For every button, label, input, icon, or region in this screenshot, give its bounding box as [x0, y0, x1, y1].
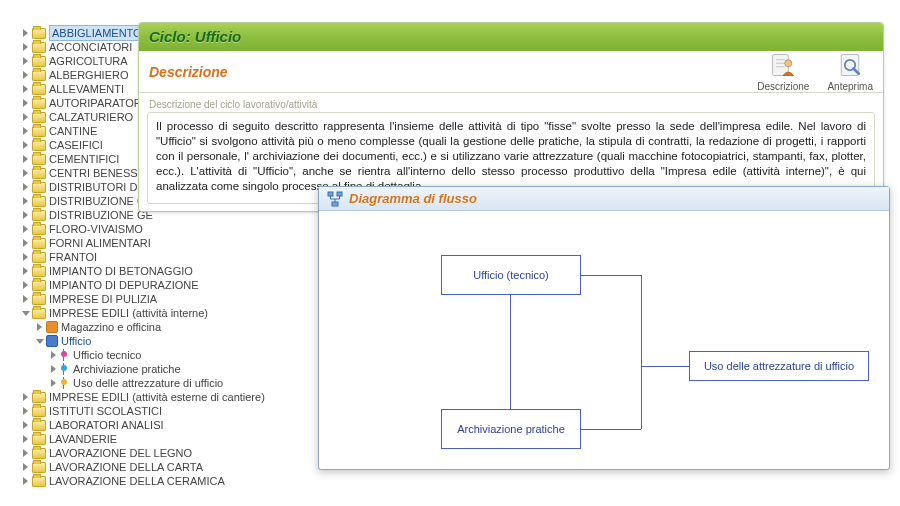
- collapse-icon[interactable]: [22, 309, 30, 317]
- descrizione-label: Descrizione: [757, 81, 809, 92]
- diagram-title-text: Diagramma di flusso: [349, 191, 477, 206]
- folder-icon: [32, 266, 46, 277]
- tree-item[interactable]: LABORATORI ANALISI: [22, 418, 272, 432]
- descrizione-button[interactable]: Descrizione: [757, 51, 809, 92]
- expand-icon[interactable]: [22, 225, 30, 233]
- expand-icon[interactable]: [22, 197, 30, 205]
- tree-item-label: LAVORAZIONE DEL LEGNO: [49, 446, 192, 460]
- folder-icon: [32, 126, 46, 137]
- tree-item[interactable]: IMPRESE DI PULIZIA: [22, 292, 272, 306]
- expand-icon[interactable]: [22, 169, 30, 177]
- anteprima-button[interactable]: Anteprima: [827, 51, 873, 92]
- tree-item[interactable]: IMPRESE EDILI (attività esterne di canti…: [22, 390, 272, 404]
- tree-item[interactable]: ISTITUTI SCOLASTICI: [22, 404, 272, 418]
- tree-item-label: LABORATORI ANALISI: [49, 418, 164, 432]
- tree-item-label: CANTINE: [49, 124, 97, 138]
- tree-item[interactable]: FLORO-VIVAISMO: [22, 222, 272, 236]
- tree-item-label: DISTRIBUTORI DI B: [49, 180, 151, 194]
- folder-icon: [32, 420, 46, 431]
- tree-item-label: AUTORIPARATORI: [49, 96, 145, 110]
- expand-icon[interactable]: [22, 85, 30, 93]
- flowchart-icon: [327, 191, 343, 207]
- tree-item-label: FORNI ALIMENTARI: [49, 236, 151, 250]
- expand-icon[interactable]: [22, 211, 30, 219]
- expand-icon[interactable]: [22, 281, 30, 289]
- activity-icon: [60, 349, 70, 361]
- tree-item-label: ISTITUTI SCOLASTICI: [49, 404, 162, 418]
- tree-item-label: AGRICOLTURA: [49, 54, 128, 68]
- connector-line: [581, 275, 641, 276]
- tree-item[interactable]: Ufficio: [36, 334, 272, 348]
- tree-item-label: LAVORAZIONE DELLA CERAMICA: [49, 474, 225, 488]
- folder-icon: [32, 168, 46, 179]
- folder-icon: [32, 294, 46, 305]
- expand-icon[interactable]: [50, 379, 58, 387]
- expand-icon[interactable]: [22, 407, 30, 415]
- tree-item[interactable]: LAVORAZIONE DELLA CARTA: [22, 460, 272, 474]
- expand-icon[interactable]: [22, 295, 30, 303]
- tree-item[interactable]: Uso delle attrezzature di ufficio: [50, 376, 272, 390]
- expand-icon[interactable]: [22, 267, 30, 275]
- tree-item[interactable]: IMPIANTO DI DEPURAZIONE: [22, 278, 272, 292]
- tree-item-label: Ufficio tecnico: [73, 348, 141, 362]
- expand-icon[interactable]: [22, 43, 30, 51]
- tree-item[interactable]: IMPRESE EDILI (attività interne): [22, 306, 272, 320]
- expand-icon[interactable]: [22, 421, 30, 429]
- folder-icon: [32, 238, 46, 249]
- expand-icon[interactable]: [22, 477, 30, 485]
- expand-icon[interactable]: [22, 183, 30, 191]
- expand-icon[interactable]: [22, 29, 30, 37]
- diagram-body: Ufficio (tecnico) Archiviazione pratiche…: [319, 211, 889, 469]
- activity-icon: [60, 363, 70, 375]
- tree-item[interactable]: Ufficio tecnico: [50, 348, 272, 362]
- tree-item[interactable]: LAVORAZIONE DELLA CERAMICA: [22, 474, 272, 488]
- svg-rect-10: [332, 202, 338, 206]
- tree-item-label: Archiviazione pratiche: [73, 362, 181, 376]
- tree-item[interactable]: LAVORAZIONE DEL LEGNO: [22, 446, 272, 460]
- activity-icon: [60, 377, 70, 389]
- flow-box-archiviazione[interactable]: Archiviazione pratiche: [441, 409, 581, 449]
- expand-icon[interactable]: [22, 141, 30, 149]
- tree-item[interactable]: LAVANDERIE: [22, 432, 272, 446]
- collapse-icon[interactable]: [36, 337, 44, 345]
- tree-item[interactable]: FORNI ALIMENTARI: [22, 236, 272, 250]
- tree-item-label: IMPRESE EDILI (attività interne): [49, 306, 208, 320]
- expand-icon[interactable]: [22, 393, 30, 401]
- expand-icon[interactable]: [22, 113, 30, 121]
- folder-icon: [32, 42, 46, 53]
- expand-icon[interactable]: [22, 71, 30, 79]
- folder-icon: [32, 434, 46, 445]
- folder-icon: [32, 308, 46, 319]
- expand-icon[interactable]: [22, 449, 30, 457]
- folder-icon: [32, 98, 46, 109]
- expand-icon[interactable]: [36, 323, 44, 331]
- tree-item[interactable]: Magazzino e officina: [36, 320, 272, 334]
- folder-icon: [32, 196, 46, 207]
- flow-box-ufficio-tecnico[interactable]: Ufficio (tecnico): [441, 255, 581, 295]
- folder-icon: [32, 448, 46, 459]
- tree-item-label: DISTRIBUZIONE GE: [49, 208, 153, 222]
- tree-item[interactable]: IMPIANTO DI BETONAGGIO: [22, 264, 272, 278]
- panel-actions: Descrizione Anteprima: [757, 51, 873, 92]
- expand-icon[interactable]: [22, 463, 30, 471]
- expand-icon[interactable]: [22, 155, 30, 163]
- expand-icon[interactable]: [22, 57, 30, 65]
- expand-icon[interactable]: [22, 99, 30, 107]
- connector-line: [510, 295, 511, 409]
- person-document-icon: [769, 51, 797, 79]
- expand-icon[interactable]: [22, 239, 30, 247]
- expand-icon[interactable]: [50, 365, 58, 373]
- panel-title: Ciclo: Ufficio: [139, 23, 883, 51]
- diagram-title-bar[interactable]: Diagramma di flusso: [319, 187, 889, 211]
- flow-box-attrezzature[interactable]: Uso delle attrezzature di ufficio: [689, 351, 869, 381]
- expand-icon[interactable]: [22, 127, 30, 135]
- expand-icon[interactable]: [22, 253, 30, 261]
- folder-icon: [32, 462, 46, 473]
- tree-item-label: ABBIGLIAMENTO: [49, 25, 145, 41]
- tree-item[interactable]: FRANTOI: [22, 250, 272, 264]
- expand-icon[interactable]: [22, 435, 30, 443]
- tree-item[interactable]: Archiviazione pratiche: [50, 362, 272, 376]
- folder-icon: [32, 70, 46, 81]
- folder-icon: [32, 392, 46, 403]
- expand-icon[interactable]: [50, 351, 58, 359]
